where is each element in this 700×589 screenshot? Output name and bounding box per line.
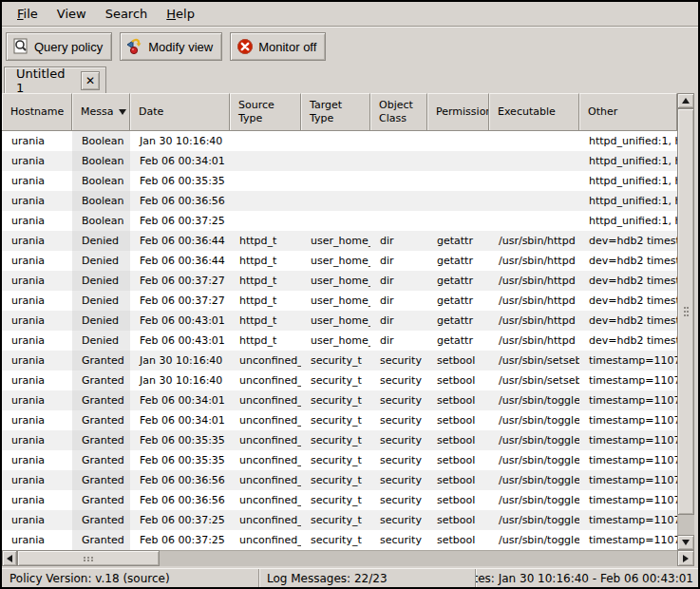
- cell: [370, 191, 427, 211]
- table-row[interactable]: uraniaGrantedFeb 06 00:36:56unconfined_s…: [2, 490, 677, 510]
- cell: [370, 151, 427, 171]
- cell: Denied: [72, 291, 130, 311]
- cell: security_t: [301, 430, 370, 450]
- cell: unconfined_: [230, 410, 301, 430]
- cell: urania: [2, 410, 72, 430]
- table-row[interactable]: uraniaGrantedFeb 06 00:35:35unconfined_s…: [2, 430, 677, 450]
- scroll-left-button[interactable]: [2, 550, 17, 566]
- table-row[interactable]: uraniaDeniedFeb 06 00:43:01httpd_tuser_h…: [2, 331, 677, 351]
- cell: [427, 191, 489, 211]
- tab-untitled-1[interactable]: Untitled 1 ✕: [4, 66, 106, 93]
- vertical-scrollbar-thumb[interactable]: [677, 108, 694, 515]
- tab-label: Untitled 1: [16, 66, 73, 95]
- query-policy-button[interactable]: Query policy: [6, 32, 112, 61]
- table-row[interactable]: uraniaGrantedFeb 06 00:37:25unconfined_s…: [2, 530, 677, 550]
- column-header-label: Date: [139, 105, 163, 119]
- table-row[interactable]: uraniaBooleanFeb 06 00:36:56httpd_unifie…: [2, 191, 677, 211]
- table-row[interactable]: uraniaDeniedFeb 06 00:36:44httpd_tuser_h…: [2, 251, 677, 271]
- cell: security_t: [301, 450, 370, 470]
- cell: dev=hdb2 timesta: [579, 251, 677, 271]
- cell: Feb 06 00:34:01: [130, 151, 230, 171]
- cell: unconfined_: [230, 390, 301, 410]
- column-header-source-type[interactable]: Source Type: [230, 93, 301, 131]
- cell: Feb 06 00:37:25: [130, 510, 230, 530]
- column-header-date[interactable]: Date: [130, 93, 230, 131]
- table-header: HostnameMessaDateSource TypeTarget TypeO…: [2, 93, 677, 131]
- column-header-permission[interactable]: Permission: [427, 93, 489, 131]
- horizontal-scrollbar-thumb[interactable]: [17, 550, 160, 566]
- table-row[interactable]: uraniaGrantedFeb 06 00:36:56unconfined_s…: [2, 470, 677, 490]
- table-row[interactable]: uraniaBooleanJan 30 10:16:40httpd_unifie…: [2, 131, 677, 151]
- tab-close-button[interactable]: ✕: [81, 71, 100, 90]
- cell: dir: [370, 251, 427, 271]
- cell: httpd_unified:1, ht: [579, 211, 677, 231]
- cell: /usr/sbin/httpd: [489, 331, 579, 351]
- cell: Feb 06 00:35:35: [130, 450, 230, 470]
- cell: httpd_t: [230, 251, 301, 271]
- menu-view[interactable]: View: [47, 4, 96, 24]
- arrow-right-icon: [683, 555, 689, 562]
- table-row[interactable]: uraniaGrantedFeb 06 00:34:01unconfined_s…: [2, 390, 677, 410]
- menu-file[interactable]: File: [8, 4, 47, 24]
- table-row[interactable]: uraniaGrantedFeb 06 00:37:25unconfined_s…: [2, 510, 677, 530]
- table-row[interactable]: uraniaDeniedFeb 06 00:37:27httpd_tuser_h…: [2, 271, 677, 291]
- modify-view-button[interactable]: Modify view: [120, 32, 222, 61]
- arrow-up-icon: [682, 98, 690, 104]
- cell: [370, 131, 427, 151]
- table-row[interactable]: uraniaGrantedJan 30 10:16:40unconfined_s…: [2, 351, 677, 370]
- cell: getattr: [427, 311, 489, 331]
- column-header-object-class[interactable]: Object Class: [370, 93, 427, 131]
- column-header-executable[interactable]: Executable: [489, 93, 579, 131]
- column-header-hostname[interactable]: Hostname: [2, 93, 72, 131]
- table-row[interactable]: uraniaDeniedFeb 06 00:43:01httpd_tuser_h…: [2, 311, 677, 331]
- column-header-other[interactable]: Other: [579, 93, 677, 131]
- menu-help[interactable]: Help: [157, 4, 204, 24]
- table-row[interactable]: uraniaGrantedFeb 06 00:34:01unconfined_s…: [2, 410, 677, 430]
- cell: setbool: [427, 490, 489, 510]
- cell: setbool: [427, 390, 489, 410]
- table-row[interactable]: uraniaDeniedFeb 06 00:36:44httpd_tuser_h…: [2, 231, 677, 251]
- cell: [489, 171, 579, 191]
- cell: urania: [2, 490, 72, 510]
- scroll-up-button[interactable]: [677, 93, 694, 108]
- column-header-label: Source Type: [238, 99, 274, 126]
- cell: security_t: [301, 351, 370, 370]
- cell: timestamp=11076: [579, 390, 677, 410]
- cell: httpd_t: [230, 271, 301, 291]
- table-row[interactable]: uraniaDeniedFeb 06 00:37:27httpd_tuser_h…: [2, 291, 677, 311]
- cell: unconfined_: [230, 510, 301, 530]
- cell: Boolean: [72, 191, 130, 211]
- table-row[interactable]: uraniaGrantedJan 30 10:16:40unconfined_s…: [2, 370, 677, 390]
- cell: Granted: [72, 410, 130, 430]
- cell: security: [370, 410, 427, 430]
- menu-search[interactable]: Search: [96, 4, 158, 24]
- cell: security_t: [301, 530, 370, 550]
- column-header-target-type[interactable]: Target Type: [301, 93, 370, 131]
- column-header-messa[interactable]: Messa: [72, 93, 130, 131]
- cell: Feb 06 00:34:01: [130, 390, 230, 410]
- cell: /usr/sbin/toggle: [489, 530, 579, 550]
- cell: dev=hdb2 timesta: [579, 271, 677, 291]
- monitor-off-button[interactable]: Monitor off: [230, 32, 326, 61]
- cell: getattr: [427, 251, 489, 271]
- cell: setbool: [427, 370, 489, 390]
- cell: security_t: [301, 410, 370, 430]
- table-row[interactable]: uraniaGrantedFeb 06 00:35:35unconfined_s…: [2, 450, 677, 470]
- cell: timestamp=11076: [579, 450, 677, 470]
- cell: [427, 151, 489, 171]
- cell: Boolean: [72, 171, 130, 191]
- scroll-down-button[interactable]: [677, 535, 694, 550]
- table-row[interactable]: uraniaBooleanFeb 06 00:34:01httpd_unifie…: [2, 151, 677, 171]
- table-row[interactable]: uraniaBooleanFeb 06 00:35:35httpd_unifie…: [2, 171, 677, 191]
- cell: unconfined_: [230, 470, 301, 490]
- cell: setbool: [427, 510, 489, 530]
- table-row[interactable]: uraniaBooleanFeb 06 00:37:25httpd_unifie…: [2, 211, 677, 231]
- cell: Denied: [72, 331, 130, 351]
- cell: getattr: [427, 231, 489, 251]
- cell: httpd_t: [230, 331, 301, 351]
- scroll-right-button[interactable]: [677, 550, 694, 566]
- cell: urania: [2, 211, 72, 231]
- cell: setbool: [427, 351, 489, 370]
- cell: Granted: [72, 490, 130, 510]
- cell: timestamp=11076: [579, 470, 677, 490]
